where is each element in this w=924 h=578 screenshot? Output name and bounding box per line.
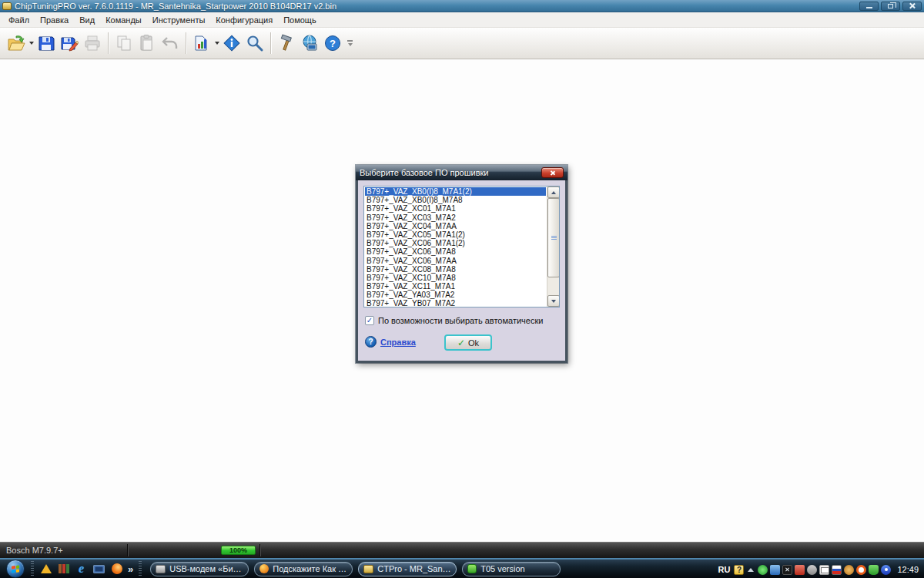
taskbar-button-ctpro[interactable]: CTPro - MR_Santehnik... [358, 562, 457, 576]
auto-select-label: По возможности выбирать автоматически [378, 316, 543, 325]
list-item[interactable]: B797+_VAZ_XC10_M7A8 [365, 274, 546, 282]
vertical-scrollbar[interactable] [547, 187, 559, 307]
ok-check-icon: ✓ [457, 338, 465, 348]
toolbar-overflow-button[interactable] [347, 40, 353, 46]
toolbar-separator [270, 32, 271, 54]
list-item[interactable]: B797+_VAZ_XC08_M7A8 [365, 265, 546, 274]
russian-flag-icon[interactable] [832, 565, 842, 575]
menu-configuration[interactable]: Конфигурация [210, 14, 278, 26]
gray-swirl-icon[interactable] [807, 565, 817, 575]
status-separator [127, 544, 128, 556]
network-button[interactable] [298, 31, 321, 55]
list-item[interactable]: B797+_VAZ_XC03_M7A2 [365, 213, 546, 222]
list-item[interactable]: B797+_VAZ_YB07_M7A2 [365, 299, 546, 307]
paste-button[interactable] [136, 31, 159, 55]
undo-button[interactable] [159, 31, 182, 55]
t05-icon [467, 564, 477, 573]
close-button[interactable] [902, 2, 922, 11]
help-icon: ? [323, 34, 342, 52]
list-item[interactable]: B797+_VAZ_YA03_M7A2 [365, 291, 546, 299]
show-hidden-icons-button[interactable] [748, 568, 754, 572]
dialog-title: Выберите базовое ПО прошивки [360, 168, 541, 177]
help-button[interactable]: ? [321, 31, 344, 55]
minimize-button[interactable] [859, 2, 879, 11]
firefox-icon [112, 563, 122, 574]
scrollbar-thumb[interactable] [547, 198, 560, 277]
list-item[interactable]: B797+_VAZ_XB0(I)8_M7A1(2) [365, 187, 546, 196]
green-phone-icon[interactable] [758, 565, 768, 575]
task-label: USB-модем «Билайн» [169, 564, 243, 573]
list-item[interactable]: B797+_VAZ_XC06_M7A1(2) [365, 239, 546, 247]
quicklaunch-player-icon[interactable] [39, 563, 52, 576]
quicklaunch-books-icon[interactable] [57, 563, 70, 576]
graph-dropdown[interactable] [213, 31, 220, 55]
taskbar-button-usb-modem[interactable]: USB-модем «Билайн» [150, 562, 249, 576]
menu-instruments[interactable]: Инструменты [147, 14, 211, 26]
list-item[interactable]: B797+_VAZ_XC06_M7A8 [365, 247, 546, 256]
scroll-down-button[interactable] [547, 295, 560, 307]
amber-star-icon[interactable] [844, 565, 854, 575]
menu-commands[interactable]: Команды [100, 14, 147, 26]
save-as-button[interactable] [58, 31, 81, 55]
books-icon [59, 564, 69, 573]
workspace-canvas: Выберите базовое ПО прошивки B797+_VAZ_X… [0, 59, 924, 542]
list-item[interactable]: B797+_VAZ_XC04_M7AA [365, 222, 546, 230]
copy-button[interactable] [112, 31, 136, 55]
window-controls [859, 2, 922, 11]
list-item[interactable]: B797+_VAZ_XC11_M7A1 [365, 282, 546, 291]
thumb-grip-icon [551, 236, 557, 237]
save-button[interactable] [35, 31, 58, 55]
quicklaunch-overflow-chevron[interactable]: » [128, 563, 133, 575]
info-button[interactable] [220, 31, 243, 55]
start-button[interactable] [6, 560, 25, 578]
green-shield-icon[interactable] [869, 565, 879, 575]
firmware-select-dialog: Выберите базовое ПО прошивки B797+_VAZ_X… [356, 165, 567, 363]
tools-button[interactable] [275, 31, 298, 55]
list-item[interactable]: B797+_VAZ_XC06_M7AA [365, 257, 546, 265]
print-button[interactable] [81, 31, 104, 55]
system-tray: RU ? 12:49 [717, 561, 921, 578]
restore-icon [888, 4, 893, 8]
tray-help-icon[interactable]: ? [734, 565, 744, 575]
muted-volume-icon[interactable] [795, 565, 805, 575]
menu-view[interactable]: Вид [74, 14, 100, 26]
taskbar: e » USB-модем «Билайн» Подскажите Как Ус… [0, 558, 924, 578]
webpage-icon [259, 564, 269, 573]
help-link[interactable]: Справка [380, 338, 416, 347]
help-circle-icon[interactable]: ? [365, 336, 377, 348]
ok-button[interactable]: ✓ Ok [444, 334, 492, 351]
scroll-up-button[interactable] [547, 187, 560, 198]
restore-button[interactable] [881, 2, 900, 11]
close-icon [909, 2, 916, 9]
quicklaunch-ie-icon[interactable]: e [75, 563, 88, 576]
taskbar-button-t05[interactable]: T05 version [462, 562, 561, 576]
dialog-close-button[interactable] [541, 167, 564, 178]
menu-help[interactable]: Помощь [278, 14, 322, 26]
graph-button[interactable] [190, 31, 213, 55]
dropdown-arrow-icon [215, 42, 219, 45]
search-button[interactable] [243, 31, 266, 55]
menu-file[interactable]: Файл [3, 14, 35, 26]
mail-icon[interactable] [819, 565, 829, 575]
quicklaunch-desktop-icon[interactable] [92, 563, 105, 576]
orange-ring-icon[interactable] [856, 565, 866, 575]
paste-icon [138, 34, 156, 52]
usb-modem-icon [156, 565, 166, 573]
auto-select-checkbox[interactable]: ✓ [365, 316, 374, 325]
list-item[interactable]: B797+_VAZ_XC05_M7A1(2) [365, 230, 546, 239]
list-item[interactable]: B797+_VAZ_XB0(I)8_M7A8 [365, 196, 546, 204]
list-item[interactable]: B797+_VAZ_XC01_M7A1 [365, 204, 546, 213]
close-x-tray-icon[interactable] [782, 565, 792, 575]
language-indicator[interactable]: RU [717, 565, 732, 574]
scroll-up-icon [551, 191, 556, 194]
device-status: Bosch M7.9.7+ [0, 546, 63, 555]
firmware-listbox: B797+_VAZ_XB0(I)8_M7A1(2) B797+_VAZ_XB0(… [363, 186, 560, 307]
taskbar-button-browser-page[interactable]: Подскажите Как Уст... [254, 562, 353, 576]
clock[interactable]: 12:49 [897, 565, 921, 574]
signal-icon[interactable] [881, 565, 891, 575]
menu-edit[interactable]: Правка [35, 14, 74, 26]
quicklaunch-firefox-icon[interactable] [110, 563, 123, 576]
person-icon[interactable] [770, 565, 780, 575]
open-button[interactable] [5, 31, 28, 55]
open-dropdown[interactable] [28, 31, 35, 55]
